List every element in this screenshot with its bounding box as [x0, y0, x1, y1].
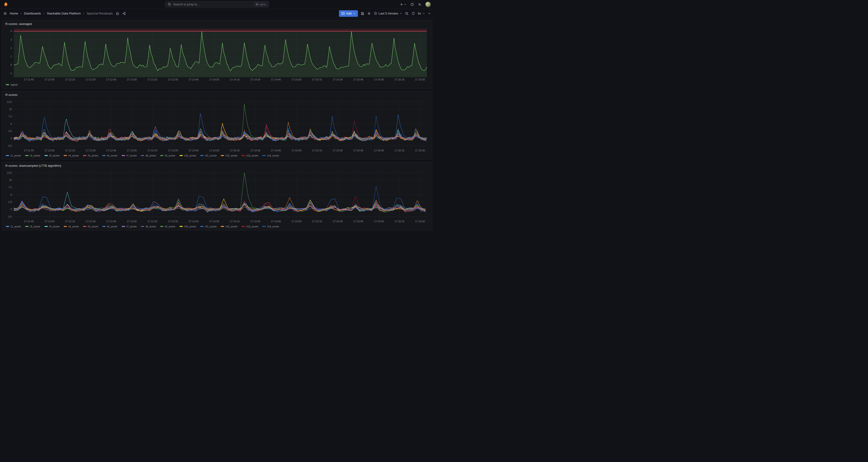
svg-text:17:14:15: 17:14:15 — [230, 149, 240, 152]
legend-item[interactable]: r10_score — [180, 225, 196, 228]
legend-item[interactable]: r8_score — [141, 154, 156, 157]
rss-icon — [418, 3, 422, 6]
series-color-swatch — [122, 155, 125, 156]
new-button[interactable] — [400, 3, 407, 6]
time-range-picker[interactable]: Last 5 minutes — [374, 12, 402, 15]
chart-svg: 12.5107.552.50-2.517:11:4517:12:0017:12:… — [4, 98, 430, 153]
svg-text:17:13:45: 17:13:45 — [189, 149, 199, 152]
legend-item[interactable]: r14_score — [262, 154, 279, 157]
svg-text:17:11:45: 17:11:45 — [24, 220, 34, 223]
legend-item[interactable]: r2_score — [25, 154, 40, 157]
favorite-button[interactable] — [116, 12, 119, 16]
legend-item[interactable]: r4_score — [64, 225, 79, 228]
dashboard-toolbar: Home Dashboards Stackable Data Platform … — [0, 9, 434, 18]
svg-text:17:12:00: 17:12:00 — [44, 78, 55, 81]
legend-item[interactable]: r4_score — [64, 154, 79, 157]
svg-text:0: 0 — [10, 137, 12, 140]
chart-r-scores-downsampled[interactable]: 12.5107.552.50-2.517:11:4517:12:0017:12:… — [4, 169, 430, 224]
series-name: r12_score — [225, 154, 237, 157]
svg-text:17:14:00: 17:14:00 — [209, 149, 219, 152]
series-color-swatch — [102, 226, 105, 227]
svg-text:17:15:00: 17:15:00 — [291, 78, 302, 81]
svg-text:17:13:30: 17:13:30 — [168, 220, 178, 223]
legend-item[interactable]: r9_score — [160, 225, 175, 228]
panel-title[interactable]: R-scores: downsampled (LTTB algorithm) — [5, 164, 61, 167]
legend-item[interactable]: r6_score — [102, 154, 118, 157]
legend-item[interactable]: r3_score — [44, 154, 60, 157]
series-color-swatch — [64, 155, 67, 156]
series-name: r6_score — [107, 225, 118, 228]
zoom-out-button[interactable] — [405, 12, 409, 16]
svg-text:17:15:45: 17:15:45 — [353, 220, 363, 223]
legend-item[interactable]: r1_score — [6, 225, 21, 228]
svg-text:17:15:45: 17:15:45 — [353, 78, 363, 81]
refresh-interval-select[interactable]: 5s — [418, 12, 425, 15]
news-button[interactable] — [418, 3, 422, 6]
chart-r-scores[interactable]: 12.5107.552.50-2.517:11:4517:12:0017:12:… — [4, 98, 430, 153]
svg-text:17:16:00: 17:16:00 — [374, 220, 384, 223]
panel-title[interactable]: R-scores — [5, 93, 18, 97]
legend-item[interactable]: r11_score — [200, 225, 217, 228]
zoom-out-icon — [405, 12, 409, 16]
top-navigation: Search or jump to... ctrl+k ? — [0, 0, 434, 9]
svg-text:17:13:30: 17:13:30 — [168, 149, 178, 152]
panel-title[interactable]: R-scores: averaged — [5, 22, 32, 26]
series-name: r8_score — [146, 225, 156, 228]
legend-item[interactable]: r6_score — [102, 225, 118, 228]
svg-text:2: 2 — [10, 47, 12, 50]
breadcrumb-item-dashboards[interactable]: Dashboards — [24, 12, 41, 15]
save-button[interactable] — [361, 12, 364, 16]
svg-text:17:14:45: 17:14:45 — [271, 220, 281, 223]
legend-item[interactable]: r11_score — [200, 154, 217, 157]
share-button[interactable] — [122, 12, 126, 16]
legend-item[interactable]: r13_score — [242, 154, 258, 157]
svg-text:17:13:15: 17:13:15 — [147, 78, 157, 81]
grafana-logo[interactable] — [3, 2, 8, 7]
search-input[interactable]: Search or jump to... ctrl+k — [165, 1, 269, 7]
svg-text:17:15:30: 17:15:30 — [333, 149, 343, 152]
user-avatar-button[interactable] — [425, 2, 431, 7]
legend-item[interactable]: r5_score — [83, 154, 98, 157]
legend-item[interactable]: r7_score — [122, 225, 137, 228]
legend-item[interactable]: r1_score — [6, 154, 21, 157]
series-name: r4_score — [68, 225, 79, 228]
legend-item[interactable]: signal — [6, 83, 18, 86]
breadcrumb-item-folder[interactable]: Stackable Data Platform — [47, 12, 81, 15]
legend-item[interactable]: r12_score — [221, 154, 237, 157]
svg-text:0: 0 — [10, 208, 12, 211]
series-name: r2_score — [30, 225, 40, 228]
chevron-down-icon — [423, 12, 425, 15]
svg-text:-2.5: -2.5 — [7, 144, 12, 147]
legend-item[interactable]: r5_score — [83, 225, 98, 228]
svg-text:17:16:15: 17:16:15 — [395, 220, 404, 223]
help-button[interactable]: ? — [410, 3, 414, 6]
series-name: r7_score — [126, 225, 137, 228]
legend-item[interactable]: r2_score — [25, 225, 40, 228]
legend-item[interactable]: r8_score — [141, 225, 156, 228]
legend-item[interactable]: r3_score — [44, 225, 60, 228]
refresh-button[interactable] — [411, 12, 415, 15]
legend-item[interactable]: r10_score — [180, 154, 196, 157]
legend-item[interactable]: r12_score — [221, 225, 237, 228]
legend-item[interactable]: r13_score — [242, 225, 258, 228]
legend-item[interactable]: r7_score — [122, 154, 137, 157]
collapse-toolbar-button[interactable] — [428, 12, 431, 15]
breadcrumb-item-home[interactable]: Home — [10, 12, 18, 15]
settings-button[interactable] — [367, 12, 371, 16]
add-button[interactable]: Add — [339, 10, 358, 17]
legend-item[interactable]: r14_score — [262, 225, 279, 228]
floppy-icon — [361, 12, 364, 16]
series-name: r1_score — [10, 225, 21, 228]
add-panel-icon — [341, 12, 345, 15]
svg-text:17:16:30: 17:16:30 — [415, 220, 425, 223]
svg-text:17:14:15: 17:14:15 — [230, 220, 240, 223]
series-name: r14_score — [267, 225, 279, 228]
legend-item[interactable]: r9_score — [160, 154, 175, 157]
svg-text:17:16:30: 17:16:30 — [415, 78, 425, 81]
svg-text:17:16:15: 17:16:15 — [395, 78, 404, 81]
svg-text:17:12:15: 17:12:15 — [65, 78, 75, 81]
svg-text:17:16:15: 17:16:15 — [395, 149, 404, 152]
chart-r-scores-averaged[interactable]: 43210-117:11:4517:12:0017:12:1517:12:301… — [4, 27, 430, 82]
menu-toggle-button[interactable] — [3, 12, 7, 16]
panel-r-scores-averaged: R-scores: averaged 43210-117:11:4517:12:… — [2, 20, 432, 89]
